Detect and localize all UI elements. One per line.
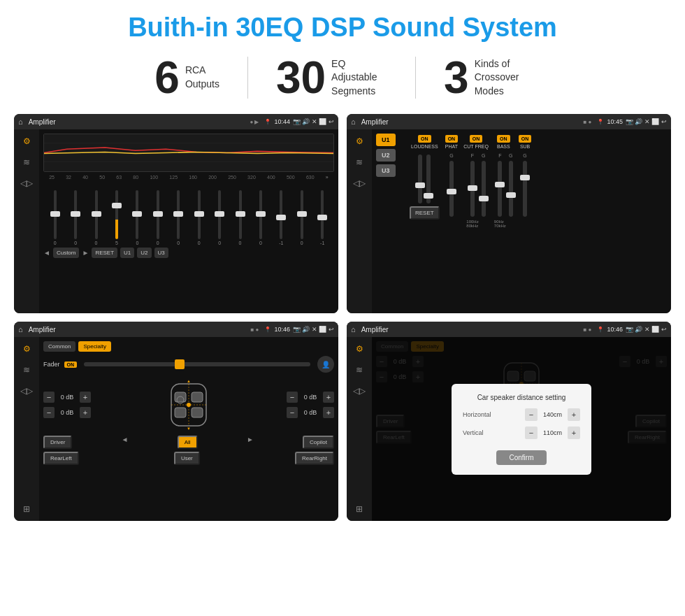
eq-thumb-10[interactable] [256,211,266,217]
fader-plus-3[interactable]: + [323,392,334,403]
u3-button[interactable]: U3 [376,164,396,177]
crossover-sidebar-icon-1[interactable]: ⚙ [356,136,363,146]
eq-thumb-0[interactable] [50,211,60,217]
eq-thumb-3[interactable] [112,203,122,208]
cutfreq-f-thumb[interactable] [468,185,477,191]
eq-preset-label[interactable]: Custom [53,248,80,258]
eq-u3-btn[interactable]: U3 [154,248,168,258]
u1-button[interactable]: U1 [376,134,396,146]
loudness-reset[interactable]: RESET [410,206,440,220]
eq-track-8[interactable] [218,190,221,239]
loudness-track-2[interactable] [426,155,431,203]
u2-button[interactable]: U2 [376,149,396,162]
bass-g-thumb[interactable] [506,192,516,198]
fader-minus-2[interactable]: − [43,407,55,418]
eq-u1-btn[interactable]: U1 [120,248,134,258]
dialog-vertical-plus[interactable]: + [568,427,580,439]
distance-sidebar-icon-1[interactable]: ⚙ [356,344,363,354]
home-icon-2[interactable]: ⌂ [351,117,356,126]
dialog-horizontal-minus[interactable]: − [525,408,538,421]
eq-sidebar-icon-2[interactable]: ≋ [23,157,30,167]
eq-track-11[interactable] [280,190,282,239]
cutfreq-g-track[interactable] [482,161,486,217]
eq-sidebar-icon-3[interactable]: ◁▷ [20,178,33,188]
eq-track-12[interactable] [301,190,303,239]
loudness-thumb-1[interactable] [415,182,425,188]
cutfreq-f-track[interactable] [470,161,475,217]
fader-sidebar-icon-1[interactable]: ⚙ [23,344,31,354]
eq-thumb-2[interactable] [92,211,101,217]
fader-btn-rearright[interactable]: RearRight [295,452,334,465]
fader-h-track[interactable] [84,362,310,366]
loudness-track-1[interactable] [418,155,422,203]
phat-toggle[interactable]: ON [445,135,459,143]
eq-thumb-9[interactable] [236,211,245,217]
eq-thumb-13[interactable] [317,215,327,220]
cutfreq-toggle[interactable]: ON [470,135,483,143]
fader-btn-rearleft[interactable]: RearLeft [43,452,79,465]
eq-track-2[interactable] [95,190,98,239]
eq-track-4[interactable] [136,190,138,239]
fader-right-chevron[interactable]: ► [247,436,254,449]
eq-thumb-8[interactable] [215,211,224,217]
fader-sidebar-icon-3[interactable]: ◁▷ [20,386,33,396]
eq-track-7[interactable] [198,190,201,239]
sub-g-track[interactable] [523,161,527,217]
dialog-horizontal-plus[interactable]: + [568,408,580,421]
eq-thumb-7[interactable] [194,211,204,217]
phat-track[interactable] [449,161,454,217]
fader-sidebar-icon-2[interactable]: ≋ [23,365,30,375]
fader-tab-specialty[interactable]: Specialty [78,341,110,352]
eq-thumb-12[interactable] [297,211,307,217]
fader-settings-icon[interactable]: 👤 [317,356,334,373]
sub-toggle[interactable]: ON [519,135,532,143]
crossover-sidebar-icon-2[interactable]: ≋ [356,157,363,167]
fader-minus-3[interactable]: − [287,392,298,403]
fader-btn-all[interactable]: All [178,436,198,449]
eq-thumb-5[interactable] [153,211,163,217]
eq-thumb-6[interactable] [173,211,183,217]
fader-plus-2[interactable]: + [80,407,91,418]
eq-thumb-1[interactable] [71,211,80,217]
eq-track-13[interactable] [321,190,324,239]
eq-track-5[interactable] [157,190,159,239]
fader-minus-1[interactable]: − [43,392,55,403]
distance-sidebar-icon-2[interactable]: ≋ [356,365,363,375]
bass-f-track[interactable] [498,161,502,217]
bass-f-thumb[interactable] [495,182,505,187]
distance-sidebar-icon-4[interactable]: ⊞ [356,504,363,514]
loudness-toggle[interactable]: ON [418,135,431,143]
eq-thumb-4[interactable] [132,211,142,217]
eq-track-10[interactable] [259,190,262,239]
home-icon-4[interactable]: ⌂ [351,325,356,334]
dialog-vertical-minus[interactable]: − [525,427,538,439]
dialog-confirm-button[interactable]: Confirm [496,450,546,465]
bass-g-track[interactable] [509,161,513,217]
fader-tab-common[interactable]: Common [43,341,75,352]
cutfreq-g-thumb[interactable] [479,196,489,201]
crossover-sidebar-icon-3[interactable]: ◁▷ [353,178,366,188]
eq-thumb-11[interactable] [276,215,286,220]
eq-track-9[interactable] [239,190,242,239]
eq-u2-btn[interactable]: U2 [137,248,151,258]
fader-h-thumb[interactable] [175,359,185,369]
fader-left-chevron[interactable]: ◄ [122,436,129,449]
eq-reset-btn[interactable]: RESET [92,248,117,258]
home-icon[interactable]: ⌂ [18,117,23,126]
fader-sidebar-icon-4[interactable]: ⊞ [23,504,30,514]
eq-sidebar-icon-1[interactable]: ⚙ [23,136,31,146]
eq-prev-arrow[interactable]: ◄ [43,249,50,257]
fader-btn-copilot[interactable]: Copilot [303,436,334,449]
bass-toggle[interactable]: ON [497,135,510,143]
distance-sidebar-icon-3[interactable]: ◁▷ [353,386,366,396]
home-icon-3[interactable]: ⌂ [18,325,23,334]
eq-track-0[interactable] [54,190,57,239]
fader-minus-4[interactable]: − [287,407,298,418]
sub-g-thumb[interactable] [520,175,530,180]
eq-next-arrow[interactable]: ► [82,249,89,257]
fader-btn-user[interactable]: User [174,452,200,465]
phat-thumb[interactable] [447,189,456,194]
eq-track-6[interactable] [177,190,180,239]
eq-track-1[interactable] [74,190,77,239]
eq-track-3[interactable] [115,190,118,239]
